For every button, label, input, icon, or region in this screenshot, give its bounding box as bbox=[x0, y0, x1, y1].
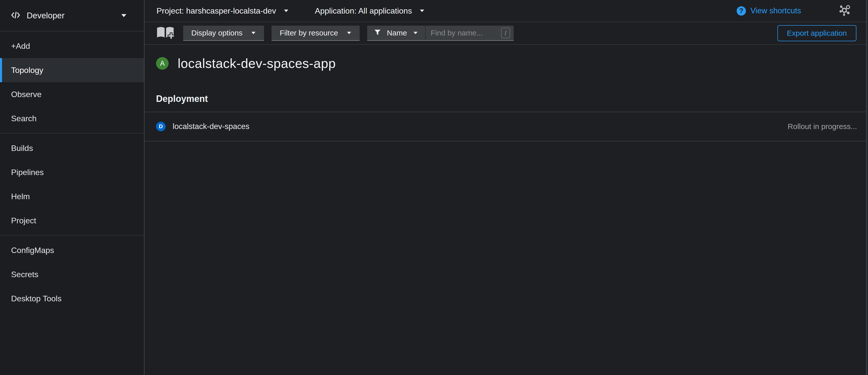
main-area: Project: harshcasper-localsta-dev Applic… bbox=[145, 0, 868, 375]
list-item-deployment[interactable]: D localstack-dev-spaces Rollout in progr… bbox=[145, 112, 868, 141]
perspective-label: Developer bbox=[27, 11, 64, 21]
chevron-down-icon bbox=[413, 32, 417, 34]
nav-group-main: +Add Topology Observe Search bbox=[0, 31, 144, 134]
sidebar-item-desktop-tools[interactable]: Desktop Tools bbox=[0, 286, 144, 311]
nav-group-build: Builds Pipelines Helm Project bbox=[0, 134, 144, 236]
find-by-name-input[interactable] bbox=[426, 26, 501, 40]
chevron-down-icon bbox=[251, 32, 255, 34]
book-plus-icon bbox=[156, 26, 175, 40]
quick-search-button[interactable] bbox=[156, 26, 175, 40]
nav-group-config: ConfigMaps Secrets Desktop Tools bbox=[0, 236, 144, 313]
code-icon bbox=[11, 11, 20, 20]
sidebar-item-observe[interactable]: Observe bbox=[0, 82, 144, 106]
sidebar: Developer +Add Topology Observe Search B… bbox=[0, 0, 145, 375]
sidebar-item-configmaps[interactable]: ConfigMaps bbox=[0, 238, 144, 262]
context-bar: Project: harshcasper-localsta-dev Applic… bbox=[145, 0, 868, 22]
chevron-down-icon bbox=[347, 32, 351, 34]
topology-graph-icon bbox=[839, 5, 850, 17]
sidebar-item-topology[interactable]: Topology bbox=[0, 58, 144, 82]
export-application-button[interactable]: Export application bbox=[777, 25, 857, 41]
name-filter-dropdown[interactable]: Name bbox=[367, 26, 426, 40]
application-badge: A bbox=[156, 57, 168, 70]
application-group-header: A localstack-dev-spaces-app bbox=[145, 56, 868, 71]
section-heading-deployment: Deployment bbox=[145, 94, 868, 104]
sidebar-item-add[interactable]: +Add bbox=[0, 34, 144, 58]
deployment-status: Rollout in progress... bbox=[788, 122, 857, 131]
application-selector-label: Application: All applications bbox=[315, 6, 412, 15]
vertical-scrollbar[interactable] bbox=[866, 0, 868, 375]
deployment-name-link[interactable]: localstack-dev-spaces bbox=[173, 122, 249, 131]
question-circle-icon: ? bbox=[737, 6, 746, 15]
display-options-dropdown[interactable]: Display options bbox=[183, 26, 264, 41]
context-bar-right: ? View shortcuts bbox=[737, 5, 850, 17]
topology-view-toggle[interactable] bbox=[839, 5, 850, 17]
sidebar-item-builds[interactable]: Builds bbox=[0, 136, 144, 160]
filter-by-resource-label: Filter by resource bbox=[280, 29, 338, 37]
funnel-icon bbox=[374, 29, 381, 37]
topology-list-view: A localstack-dev-spaces-app Deployment D… bbox=[145, 45, 868, 375]
sidebar-item-project[interactable]: Project bbox=[0, 208, 144, 233]
chevron-down-icon bbox=[284, 9, 288, 12]
sidebar-item-helm[interactable]: Helm bbox=[0, 184, 144, 208]
display-options-label: Display options bbox=[191, 29, 242, 37]
filter-by-resource-dropdown[interactable]: Filter by resource bbox=[272, 26, 360, 41]
project-selector[interactable]: Project: harshcasper-localsta-dev bbox=[157, 6, 289, 15]
name-filter-group: Name / bbox=[367, 26, 514, 41]
chevron-down-icon bbox=[420, 9, 424, 12]
chevron-down-icon bbox=[121, 14, 126, 17]
sidebar-item-secrets[interactable]: Secrets bbox=[0, 262, 144, 286]
sidebar-item-pipelines[interactable]: Pipelines bbox=[0, 160, 144, 184]
topology-toolbar: Display options Filter by resource Name bbox=[145, 22, 868, 45]
slash-key-hint: / bbox=[501, 28, 510, 38]
openshift-console: Developer +Add Topology Observe Search B… bbox=[0, 0, 868, 375]
project-selector-label: Project: harshcasper-localsta-dev bbox=[157, 6, 276, 15]
view-shortcuts-label: View shortcuts bbox=[750, 6, 801, 15]
name-filter-label: Name bbox=[387, 29, 407, 37]
sidebar-item-search[interactable]: Search bbox=[0, 106, 144, 131]
page-title: localstack-dev-spaces-app bbox=[178, 56, 336, 71]
perspective-switcher[interactable]: Developer bbox=[0, 0, 144, 31]
application-selector[interactable]: Application: All applications bbox=[315, 6, 425, 15]
sidebar-nav: +Add Topology Observe Search Builds Pipe… bbox=[0, 31, 144, 313]
deployment-badge: D bbox=[156, 122, 165, 131]
deployment-list: D localstack-dev-spaces Rollout in progr… bbox=[145, 112, 868, 141]
view-shortcuts-link[interactable]: ? View shortcuts bbox=[737, 6, 801, 15]
